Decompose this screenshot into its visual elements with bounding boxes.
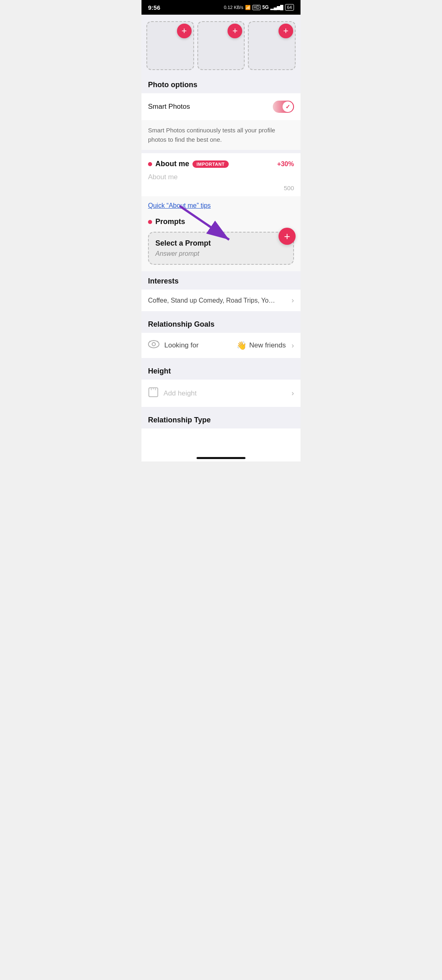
photo-add-box-3: + bbox=[248, 21, 296, 70]
smart-photos-label: Smart Photos bbox=[148, 103, 190, 111]
add-photo-btn-1[interactable]: + bbox=[177, 24, 192, 38]
photo-add-box-2: + bbox=[197, 21, 245, 70]
toggle-check-icon: ✓ bbox=[285, 103, 290, 110]
prompt-select-label: Select a Prompt bbox=[155, 239, 287, 248]
interests-chevron: › bbox=[292, 296, 294, 305]
prompts-dot bbox=[148, 220, 152, 224]
prompt-add-btn[interactable]: + bbox=[278, 228, 296, 245]
battery-indicator: 64 bbox=[285, 4, 294, 11]
ruler-icon bbox=[148, 387, 159, 400]
looking-for-value-text: New friends bbox=[249, 341, 286, 349]
smart-photos-item: Smart Photos ✓ bbox=[148, 93, 294, 120]
about-me-placeholder: About me bbox=[148, 173, 178, 181]
prompt-answer-label: Answer prompt bbox=[155, 250, 287, 257]
about-me-header: About me IMPORTANT +30% bbox=[141, 153, 301, 168]
divider-3 bbox=[141, 407, 301, 410]
status-icons: 0.12 KB/s 📶 HD 5G ▂▄▆█ 64 bbox=[224, 4, 294, 11]
about-me-input-area[interactable]: About me bbox=[141, 168, 301, 183]
5g-badge: 5G bbox=[262, 4, 269, 10]
looking-for-row[interactable]: Looking for 👋 New friends › bbox=[141, 333, 301, 358]
quick-tips-link[interactable]: Quick “About me” tips bbox=[148, 202, 211, 209]
smart-photos-toggle[interactable]: ✓ bbox=[273, 101, 294, 113]
toggle-knob: ✓ bbox=[283, 101, 293, 112]
looking-for-value: 👋 New friends › bbox=[236, 341, 294, 350]
home-indicator bbox=[141, 453, 301, 461]
relationship-type-header: Relationship Type bbox=[141, 410, 301, 428]
add-height-row[interactable]: Add height › bbox=[141, 380, 301, 407]
eye-icon bbox=[148, 340, 159, 351]
prompt-box[interactable]: Select a Prompt Answer prompt bbox=[148, 232, 294, 265]
hd-badge: HD bbox=[252, 5, 261, 10]
height-chevron: › bbox=[292, 389, 294, 398]
divider-1 bbox=[141, 311, 301, 314]
smart-photos-description: Smart Photos continuously tests all your… bbox=[141, 120, 301, 150]
about-me-section: About me IMPORTANT +30% About me 500 bbox=[141, 150, 301, 196]
about-me-percent: +30% bbox=[277, 160, 294, 168]
important-badge: IMPORTANT bbox=[192, 160, 229, 168]
add-height-label: Add height bbox=[164, 389, 283, 398]
photo-add-box-1: + bbox=[146, 21, 194, 70]
looking-for-chevron: › bbox=[292, 341, 294, 350]
quick-tips-area: Quick “About me” tips bbox=[141, 196, 301, 212]
network-speed: 0.12 KB/s bbox=[224, 5, 243, 10]
about-me-dot bbox=[148, 162, 152, 166]
prompt-container: + Select a Prompt Answer prompt bbox=[141, 230, 301, 271]
svg-point-3 bbox=[152, 343, 155, 346]
interests-header: Interests bbox=[141, 271, 301, 290]
interests-values: Coffee, Stand up Comedy, Road Trips, You… bbox=[148, 297, 278, 304]
looking-for-label: Looking for bbox=[164, 341, 232, 349]
prompts-title: Prompts bbox=[155, 218, 185, 226]
toggle-track[interactable]: ✓ bbox=[273, 101, 294, 113]
smart-photos-row: Smart Photos ✓ bbox=[141, 93, 301, 120]
wave-emoji-icon: 👋 bbox=[236, 341, 247, 350]
interests-row[interactable]: Coffee, Stand up Comedy, Road Trips, You… bbox=[141, 290, 301, 311]
photo-options-header: Photo options bbox=[141, 75, 301, 93]
status-bar: 9:56 0.12 KB/s 📶 HD 5G ▂▄▆█ 64 bbox=[141, 0, 301, 15]
relationship-goals-header: Relationship Goals bbox=[141, 314, 301, 333]
signal-bars: ▂▄▆█ bbox=[270, 5, 283, 10]
home-bar bbox=[197, 457, 245, 459]
prompts-arrow-wrapper: + Select a Prompt Answer prompt bbox=[141, 230, 301, 271]
height-header: Height bbox=[141, 361, 301, 380]
prompts-header: Prompts bbox=[141, 212, 301, 230]
status-time: 9:56 bbox=[148, 4, 160, 11]
about-me-title: About me bbox=[155, 160, 189, 168]
bluetooth-icon: 📶 bbox=[245, 5, 251, 10]
photo-strip: + + + bbox=[141, 15, 301, 75]
char-count: 500 bbox=[141, 183, 301, 196]
divider-2 bbox=[141, 358, 301, 361]
add-photo-btn-3[interactable]: + bbox=[278, 24, 293, 38]
add-photo-btn-2[interactable]: + bbox=[228, 24, 242, 38]
